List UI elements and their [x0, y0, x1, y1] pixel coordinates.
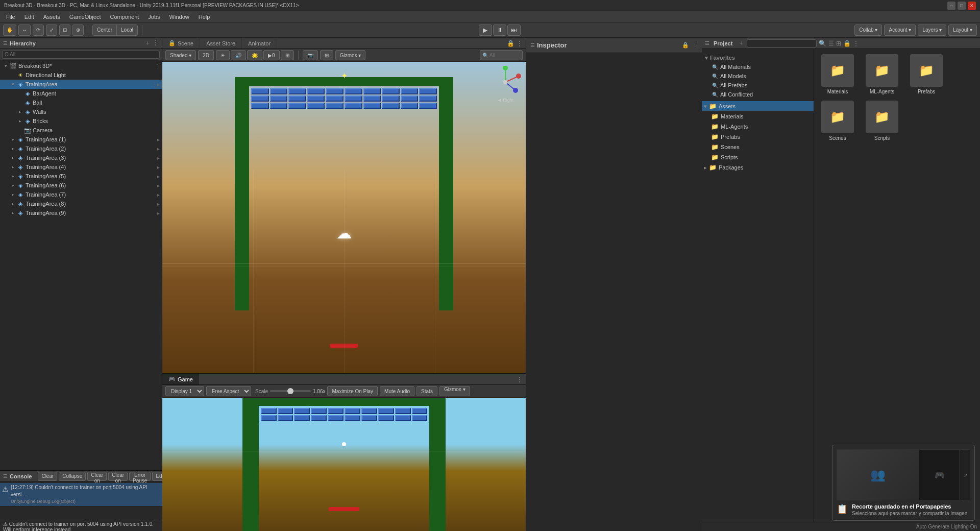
menu-edit[interactable]: Edit	[20, 13, 38, 21]
hierarchy-item-ta5[interactable]: ▸ ◈ TrainingArea (5) ▸	[0, 172, 162, 181]
project-assets-root[interactable]: ▾ 📁 Assets	[702, 101, 814, 111]
project-add-icon[interactable]: ＋	[739, 39, 745, 47]
toolbar-rect[interactable]: ⊡	[59, 25, 70, 36]
pause-button[interactable]: ⏸	[493, 25, 506, 36]
project-settings-icon[interactable]: ⋮	[853, 40, 859, 47]
project-search-input[interactable]	[747, 39, 817, 47]
inspector-settings-icon[interactable]: ⋮	[692, 42, 698, 49]
menu-jobs[interactable]: Jobs	[144, 13, 164, 21]
scene-extras-btn[interactable]: ⊞	[281, 50, 294, 60]
hierarchy-item-directional-light[interactable]: ☀ Directional Light	[0, 70, 162, 80]
shading-dropdown[interactable]: Shaded ▾	[165, 50, 196, 60]
step-button[interactable]: ⏭	[507, 25, 521, 36]
hierarchy-settings-icon[interactable]: ⋮	[153, 39, 159, 47]
fav-all-models[interactable]: 🔍 All Models	[702, 71, 814, 81]
2d-button[interactable]: 2D	[198, 50, 214, 60]
toolbar-transform[interactable]: ⊕	[72, 25, 84, 36]
stats-button[interactable]: Stats	[416, 386, 437, 396]
hierarchy-item-breakout3d[interactable]: ▾ 🎬 Breakout 3D* ⋮	[0, 61, 162, 70]
scene-lock-icon[interactable]: 🔒	[507, 40, 514, 47]
menu-window[interactable]: Window	[165, 13, 193, 21]
hierarchy-item-ta6[interactable]: ▸ ◈ TrainingArea (6) ▸	[0, 181, 162, 190]
training-area-settings[interactable]: ⋮	[152, 82, 157, 87]
clear-on-play-button[interactable]: Clear on Play	[87, 472, 107, 481]
project-scenes-folder[interactable]: 📁 Scenes	[702, 142, 814, 152]
collab-button[interactable]: Collab ▾	[854, 25, 882, 36]
scene-grid-btn[interactable]: ⊞	[320, 50, 333, 60]
hierarchy-item-ta3[interactable]: ▸ ◈ TrainingArea (3) ▸	[0, 153, 162, 162]
scene-playmode-btn[interactable]: ▶0	[263, 50, 280, 60]
hierarchy-item-ta1[interactable]: ▸ ◈ TrainingArea (1) ▸	[0, 135, 162, 144]
toolbar-scale[interactable]: ⤢	[46, 25, 57, 36]
breakout3d-settings[interactable]: ⋮	[155, 63, 160, 69]
hierarchy-item-ta8[interactable]: ▸ ◈ TrainingArea (8) ▸	[0, 199, 162, 208]
hierarchy-item-ball[interactable]: ◈ Ball	[0, 98, 162, 107]
project-grid-materials[interactable]: 📁 Materials	[817, 52, 858, 96]
display-select[interactable]: Display 1	[165, 386, 204, 396]
layers-button[interactable]: Layers ▾	[918, 25, 946, 36]
scene-viewport[interactable]: ◄ Right	[162, 62, 526, 373]
hierarchy-item-baragent[interactable]: ◈ BarAgent	[0, 89, 162, 98]
scene-search-input[interactable]	[489, 53, 520, 58]
center-button[interactable]: Center	[93, 25, 117, 35]
scale-slider[interactable]	[270, 390, 311, 392]
scene-light-btn[interactable]: ☀	[216, 50, 230, 60]
project-lock-icon[interactable]: 🔒	[843, 40, 851, 47]
hierarchy-item-ta7[interactable]: ▸ ◈ TrainingArea (7) ▸	[0, 190, 162, 199]
minimize-button[interactable]: ─	[947, 2, 955, 10]
project-materials-folder[interactable]: 📁 Materials	[702, 111, 814, 122]
toolbar-move[interactable]: ↔	[18, 25, 31, 36]
project-grid-prefabs[interactable]: 📁 Prefabs	[906, 52, 947, 96]
clear-button[interactable]: Clear	[38, 472, 57, 481]
project-packages-root[interactable]: ▸ 📁 Packages	[702, 162, 814, 173]
scene-tab-asset-store[interactable]: Asset Store	[200, 38, 242, 49]
local-button[interactable]: Local	[117, 25, 137, 35]
menu-help[interactable]: Help	[194, 13, 214, 21]
hierarchy-item-training-area[interactable]: ▾ ◈ TrainingArea ⋮ ▸	[0, 80, 162, 89]
game-viewport[interactable]	[162, 398, 526, 531]
game-settings-icon[interactable]: ⋮	[517, 376, 523, 383]
project-grid-scripts[interactable]: 📁 Scripts	[862, 99, 902, 143]
thumb-expand-btn[interactable]: ↗	[960, 450, 970, 500]
scene-cam-btn[interactable]: 📷	[303, 50, 318, 60]
scene-tab-animator[interactable]: Animator	[242, 38, 277, 49]
menu-component[interactable]: Component	[106, 13, 143, 21]
maximize-on-play-button[interactable]: Maximize On Play	[327, 386, 378, 396]
project-scripts-folder[interactable]: 📁 Scripts	[702, 152, 814, 162]
play-button[interactable]: ▶	[479, 25, 492, 36]
fav-all-conflicted[interactable]: 🔍 All Conflicted	[702, 90, 814, 99]
layout-button[interactable]: Layout ▾	[948, 25, 977, 36]
project-filter-icon[interactable]: ☰	[828, 40, 834, 47]
menu-gameobject[interactable]: GameObject	[65, 13, 105, 21]
hierarchy-item-walls[interactable]: ▸ ◈ Walls	[0, 107, 162, 116]
hierarchy-add-icon[interactable]: ＋	[144, 39, 151, 47]
toolbar-rotate[interactable]: ⟳	[33, 25, 44, 36]
hierarchy-item-bricks[interactable]: ▸ ◈ Bricks	[0, 116, 162, 126]
account-button[interactable]: Account ▾	[884, 25, 916, 36]
scene-effects-btn[interactable]: 🌟	[247, 50, 262, 60]
fav-all-prefabs[interactable]: 🔍 All Prefabs	[702, 81, 814, 90]
menu-file[interactable]: File	[2, 13, 19, 21]
training-area-expand[interactable]: ▸	[157, 82, 160, 87]
hierarchy-item-ta2[interactable]: ▸ ◈ TrainingArea (2) ▸	[0, 144, 162, 153]
menu-assets[interactable]: Assets	[39, 13, 64, 21]
collapse-button[interactable]: Collapse	[59, 472, 86, 481]
error-pause-button[interactable]: Error Pause	[129, 472, 151, 481]
clear-on-build-button[interactable]: Clear on Build	[108, 472, 128, 481]
project-view-icon[interactable]: ⊞	[836, 40, 841, 47]
hierarchy-item-ta9[interactable]: ▸ ◈ TrainingArea (9) ▸	[0, 208, 162, 218]
toolbar-hand[interactable]: ✋	[3, 25, 16, 36]
hierarchy-item-ta4[interactable]: ▸ ◈ TrainingArea (4) ▸	[0, 162, 162, 172]
notification-popup[interactable]: 👥 🎮 ↗ 📋	[832, 445, 975, 521]
maximize-button[interactable]: □	[958, 2, 966, 10]
game-gizmos-button[interactable]: Gizmos ▾	[439, 386, 470, 396]
project-prefabs-folder[interactable]: 📁 Prefabs	[702, 132, 814, 142]
scene-settings-icon[interactable]: ⋮	[517, 40, 523, 47]
close-button[interactable]: ✕	[968, 2, 976, 10]
fav-all-materials[interactable]: 🔍 All Materials	[702, 62, 814, 71]
aspect-select[interactable]: Free Aspect	[206, 386, 251, 396]
scene-audio-btn[interactable]: 🔊	[231, 50, 246, 60]
mute-audio-button[interactable]: Mute Audio	[380, 386, 414, 396]
hierarchy-search-input[interactable]	[2, 51, 160, 59]
project-grid-scenes[interactable]: 📁 Scenes	[817, 99, 858, 143]
